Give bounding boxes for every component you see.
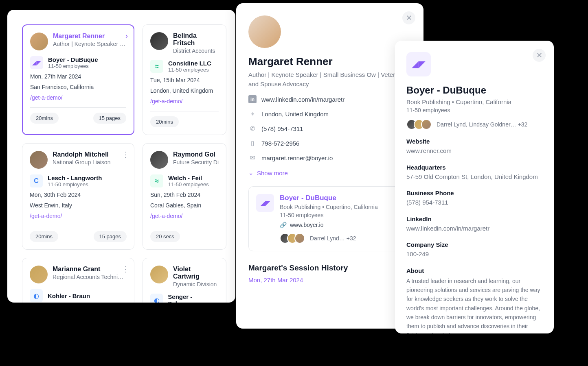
headquarters-value: 57-59 Old Compton St, London, United Kin… [406,172,542,182]
company-logo-icon [150,294,163,303]
linkedin-icon: in [248,95,257,103]
mobile-phone: 798-572-2956 [261,140,299,147]
linkedin-label: LinkedIn [406,216,542,222]
session-history-date[interactable]: Mon, 27th Mar 2024 [248,277,411,283]
contact-card[interactable]: Raymond Gol Future Security Di Welch - F… [143,143,226,250]
session-path[interactable]: /get-a-demo/ [150,213,219,219]
mobile-icon: ▯ [248,139,257,147]
email-icon: ✉ [248,154,257,162]
company-size: 11-50 employees [48,63,98,69]
company-name: Lesch - Langworth [48,174,102,181]
website-value[interactable]: www.renner.com [406,146,542,156]
session-location: Coral Gables, Spain [150,202,219,209]
company-size: 11-50 employees [280,212,404,218]
session-location: West Erwin, Italy [30,202,127,209]
company-logo-icon [30,174,43,187]
company-name: Senger - Schumm [168,293,219,303]
company-name: Kohler - Braun [48,292,90,299]
about-label: About [406,267,542,274]
company-logo-icon [150,174,163,187]
company-detail-panel: ✕ Boyer - DuBuque Book Publishing • Cupe… [395,41,554,333]
people-summary: Darrel Lynd… +32 [310,235,356,242]
company-logo-icon [406,52,431,76]
session-path[interactable]: /get-a-demo/ [150,98,219,105]
avatar [150,32,168,50]
show-more-button[interactable]: ⌄ Show more [248,169,411,176]
company-size-value: 100-249 [406,250,542,259]
contact-name: Violet Cartwrig [173,266,219,280]
company-logo-icon [150,60,163,73]
avatar [248,15,281,48]
contact-name: Margaret Renner [248,55,411,68]
close-icon[interactable]: ✕ [402,11,415,24]
website-label: Website [406,138,542,145]
company-logo-icon [256,194,274,212]
contact-role: District Accounts [173,48,219,54]
contact-role: Regional Accounts Technician [53,274,126,280]
email[interactable]: margaret.renner@boyer.io [261,155,333,161]
company-industry-location: Book Publishing • Cupertino, California [406,98,542,105]
session-date: Mon, 27th Mar 2024 [30,73,126,80]
avatar [30,266,48,283]
phone-icon: ✆ [248,124,257,133]
duration-pill: 20mins [30,231,58,242]
link-icon: 🔗 [280,222,287,228]
contact-role: Author | Keynote Speaker | Sm… [53,41,126,47]
company-industry-location: Book Publishing • Cupertino, California [280,204,404,210]
location: London, United Kingdom [261,111,329,118]
session-date: Mon, 30th Feb 2024 [30,192,127,198]
avatar [150,266,168,283]
contact-card[interactable]: Belinda Fritsch District Accounts Consid… [143,24,226,135]
company-card[interactable]: Boyer - DuBuque Book Publishing • Cupert… [248,186,411,251]
company-logo-icon [30,56,43,69]
contact-role: Author | Keynote Speaker | Small Busines… [248,70,411,89]
company-size: 11-50 employees [168,181,209,187]
about-text: A trusted leader in research and learnin… [406,277,542,334]
contact-role: Future Security Di [173,159,219,166]
contact-name: Belinda Fritsch [173,32,219,47]
session-date: Sun, 29th Feb 2024 [150,192,219,198]
company-name: Considine LLC [168,60,211,67]
duration-pill: 20mins [150,116,179,127]
contact-role: Dynamic Division [173,281,219,288]
people-summary: Darrel Lynd, Lindsay Goldner… +32 [437,121,527,128]
avatar [150,151,168,169]
session-location: San Francisco, California [30,84,126,90]
session-path[interactable]: /get-a-demo/ [30,94,126,101]
company-name: Boyer - DuBuque [48,56,98,63]
linkedin-url[interactable]: www.linkedin.com/in/margaretr [261,96,344,103]
session-path[interactable]: /get-a-demo/ [30,213,127,219]
close-icon[interactable]: ✕ [533,49,546,62]
business-phone-value: (578) 954-7311 [406,198,542,207]
duration-pill: 20mins [30,113,59,124]
phone: (578) 954-7311 [261,125,303,132]
chevron-down-icon: ⌄ [248,169,254,176]
company-name: Boyer - DuBuque [406,85,542,96]
company-name: Boyer - DuBuque [280,194,404,202]
company-website[interactable]: www.boyer.io [290,222,323,228]
company-size-label: Company Size [406,241,542,248]
contact-name: Margaret Renner [53,33,126,40]
pages-pill: 15 pages [94,231,127,242]
company-size: 11-50 employees [168,67,211,73]
contact-name: Randolph Mitchell [53,151,110,158]
contact-card[interactable]: › Margaret Renner Author | Keynote Speak… [22,24,134,135]
contact-card[interactable]: ⋮ Randolph Mitchell National Group Liais… [22,143,134,250]
location-icon: ⌖ [248,110,257,118]
more-icon[interactable]: ⋮ [122,150,128,159]
session-date: Tue, 15th Mar 2024 [150,77,219,83]
contact-card[interactable]: ⋮ Marianne Grant Regional Accounts Techn… [22,258,134,303]
company-size: 11-50 employees [406,107,542,113]
linkedin-value[interactable]: www.linkedin.com/in/margaretr [406,224,542,233]
contact-list-panel: › Margaret Renner Author | Keynote Speak… [7,10,235,303]
duration-pill: 20 secs [150,231,180,242]
company-logo-icon [30,289,43,302]
company-size: 11-50 employees [48,181,102,187]
session-history-title: Margaret's Session History [248,264,411,272]
more-icon[interactable]: ⋮ [122,265,128,274]
avatar [30,151,48,169]
avatar-stack [406,119,432,130]
company-name: Welch - Feil [168,174,209,181]
contact-role: National Group Liaison [53,159,110,166]
contact-card[interactable]: Violet Cartwrig Dynamic Division Senger … [143,258,226,303]
